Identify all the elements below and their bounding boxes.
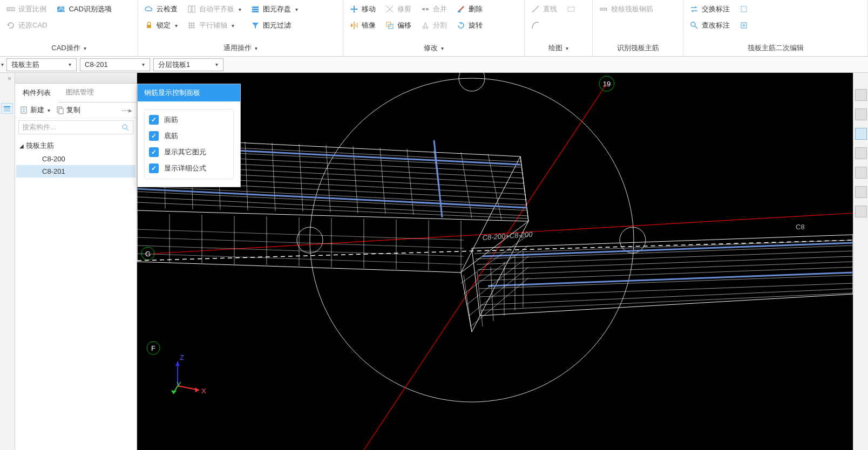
tree-item[interactable]: C8-200 [16, 153, 135, 165]
label: 还原CAD [18, 21, 47, 30]
lock-icon [145, 21, 153, 30]
copy-button[interactable]: 复制 [56, 105, 80, 115]
extra-button-2[interactable] [736, 18, 751, 32]
swap-icon [690, 5, 699, 13]
label: 偏移 [397, 21, 411, 30]
component-id-combo[interactable]: C8-201▾ [80, 58, 150, 71]
auto-align-button: 自动平齐板▾ [184, 2, 245, 16]
rotate-icon [457, 21, 465, 30]
close-icon[interactable]: × [8, 75, 11, 83]
cad-icon: CAD [57, 5, 65, 13]
label: 筏板主筋 [26, 141, 54, 151]
view-tool-5[interactable] [855, 167, 867, 179]
curve-button [528, 18, 560, 32]
cad-options-button[interactable]: CAD CAD识别选项 [53, 2, 114, 16]
svg-rect-19 [741, 6, 747, 12]
svg-rect-8 [252, 11, 259, 12]
label: 图元存盘 [263, 4, 291, 14]
label: 删除 [469, 4, 483, 14]
svg-line-72 [477, 251, 853, 264]
chevron-down-icon: ▾ [65, 62, 74, 67]
chevron-down-icon[interactable]: ▾ [0, 62, 5, 67]
svg-marker-112 [195, 387, 199, 392]
more-icon[interactable]: ⋯▸ [121, 106, 132, 114]
panel-title[interactable]: 钢筋显示控制面板 [138, 84, 240, 101]
svg-line-49 [137, 192, 528, 210]
rotate-button[interactable]: 旋转 [453, 18, 486, 32]
svg-rect-12 [426, 8, 429, 10]
view-tool-7[interactable] [855, 206, 867, 217]
box-icon [740, 5, 748, 13]
view-tool-3[interactable] [855, 128, 867, 140]
layer-combo[interactable]: 分层筏板1▾ [153, 58, 223, 71]
svg-rect-16 [568, 7, 574, 11]
extra-button-1[interactable] [736, 2, 751, 16]
svg-rect-7 [252, 9, 259, 10]
right-toolbar [853, 73, 868, 450]
move-button[interactable]: 移动 [347, 2, 379, 16]
label: 面筋 [164, 115, 178, 125]
element-filter-button[interactable]: 图元过滤 [248, 18, 301, 32]
modify-annotation-button[interactable]: 查改标注 [687, 18, 733, 32]
element-storage-button[interactable]: 图元存盘▾ [248, 2, 301, 16]
set-scale-button: 设置比例 [3, 2, 50, 16]
merge-button: 合并 [418, 2, 450, 16]
svg-line-73 [478, 256, 853, 270]
checkbox-bottom-rebar[interactable]: 底筋 [149, 131, 229, 141]
panel-grip[interactable] [15, 73, 137, 84]
label: 直线 [543, 4, 557, 14]
view-tool-1[interactable] [855, 89, 867, 101]
svg-text:Y: Y [177, 380, 181, 388]
svg-line-79 [480, 293, 853, 310]
view-tool-4[interactable] [855, 147, 867, 159]
rect-icon [567, 5, 575, 13]
calibrate-icon [599, 5, 608, 13]
svg-line-76 [479, 275, 853, 289]
component-type-combo[interactable]: 筏板主筋▾ [6, 58, 77, 71]
lock-button[interactable]: 锁定▾ [141, 18, 181, 32]
calibrate-rebar-button: 校核筏板钢筋 [596, 2, 656, 16]
panel-toggle-icon[interactable] [1, 103, 13, 114]
ribbon-group-edit2: 交换标注 查改标注 筏板主筋二次编辑 [683, 0, 868, 56]
view-tool-2[interactable] [855, 108, 867, 120]
checkbox-top-rebar[interactable]: 面筋 [149, 115, 229, 125]
move-icon [350, 5, 358, 13]
label: 底筋 [164, 131, 178, 141]
cloud-icon [145, 5, 153, 13]
svg-point-31 [620, 227, 646, 253]
merge-icon [421, 5, 430, 13]
label: 云检查 [157, 4, 178, 14]
view-tool-6[interactable] [855, 186, 867, 198]
svg-text:CAD: CAD [57, 5, 65, 12]
rebar-display-panel[interactable]: 钢筋显示控制面板 面筋 底筋 显示其它图元 显示详细公式 [137, 84, 241, 187]
svg-line-55 [245, 142, 248, 210]
group-label: 筏板主筋二次编辑 [683, 41, 867, 56]
svg-point-27 [123, 125, 127, 129]
svg-point-29 [459, 73, 485, 91]
svg-line-78 [480, 289, 853, 305]
combo-value: 分层筏板1 [158, 60, 190, 70]
split-button: 分割 [418, 18, 450, 32]
tab-drawing-mgmt[interactable]: 图纸管理 [58, 84, 101, 102]
checkbox-icon [149, 115, 159, 125]
label: 复制 [66, 105, 80, 115]
tree-item[interactable]: C8-201 [16, 165, 135, 178]
new-button[interactable]: 新建▾ [19, 105, 50, 115]
viewport-3d[interactable]: 19 G F [137, 73, 853, 450]
combo-value: C8-201 [85, 60, 108, 69]
mirror-button[interactable]: 镜像 [347, 18, 379, 32]
checkbox-other-elements[interactable]: 显示其它图元 [149, 147, 229, 157]
swap-annotation-button[interactable]: 交换标注 [687, 2, 733, 16]
checkbox-detail-formula[interactable]: 显示详细公式 [149, 163, 229, 173]
panel-body: 面筋 底筋 显示其它图元 显示详细公式 [138, 101, 240, 187]
offset-button[interactable]: 偏移 [382, 18, 415, 32]
tree-parent[interactable]: ◢筏板主筋 [16, 139, 135, 153]
search-icon [121, 123, 130, 132]
delete-button[interactable]: 删除 [453, 2, 486, 16]
tab-component-list[interactable]: 构件列表 [15, 84, 58, 103]
ribbon-group-modify: 移动 镜像 修剪 偏移 合并 分割 删除 旋转 修改▾ [343, 0, 525, 56]
checkbox-icon [149, 131, 159, 141]
search-input[interactable]: 搜索构件... [18, 120, 133, 134]
cloud-check-button[interactable]: 云检查 [141, 2, 181, 16]
svg-line-48 [137, 186, 527, 205]
